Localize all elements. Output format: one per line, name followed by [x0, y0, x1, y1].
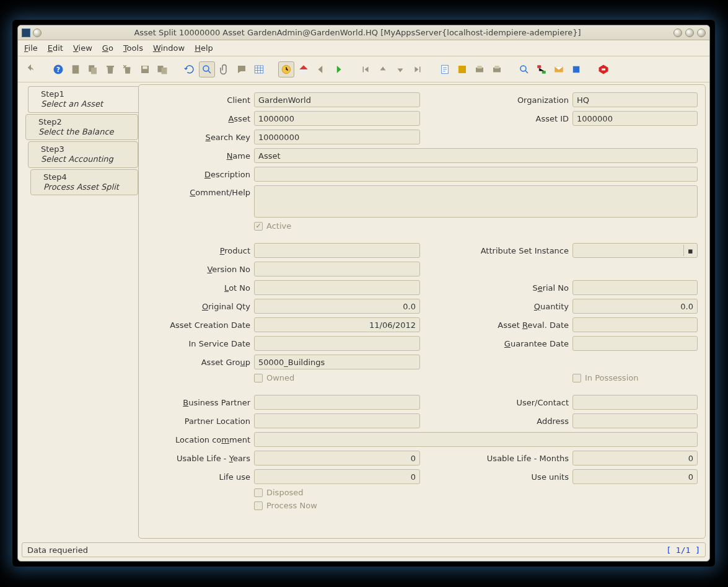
label-in-possession: In Possession: [585, 373, 638, 382]
svg-rect-8: [162, 68, 167, 74]
svg-rect-4: [91, 68, 97, 74]
menu-help[interactable]: Help: [195, 43, 213, 53]
label-usable-life-months: Usable Life - Months: [450, 454, 572, 463]
field-address[interactable]: [572, 413, 698, 428]
menu-view[interactable]: View: [73, 43, 92, 53]
home-button[interactable]: [296, 61, 312, 77]
back-button[interactable]: [313, 61, 329, 77]
label-attr-set-instance: Attribute Set Instance: [450, 246, 572, 255]
label-serial-no: Serial No: [450, 283, 572, 293]
print-preview-button[interactable]: [471, 61, 488, 77]
field-client[interactable]: GardenWorld: [254, 92, 420, 107]
checkbox-in-possession[interactable]: In Possession: [572, 373, 698, 382]
field-original-qty[interactable]: 0.0: [254, 299, 420, 314]
field-in-service-date[interactable]: [254, 336, 420, 351]
product-info-button[interactable]: [568, 61, 584, 77]
step-1[interactable]: Step1 Select an Asset: [28, 86, 139, 113]
end-button[interactable]: [595, 61, 612, 77]
field-asset-group[interactable]: 50000_Buildings: [254, 355, 420, 369]
forward-button[interactable]: [330, 61, 346, 77]
checkbox-disposed[interactable]: Disposed: [254, 488, 698, 497]
checkbox-owned[interactable]: Owned: [254, 373, 420, 382]
delete-selection-button[interactable]: [120, 61, 136, 77]
field-serial-no[interactable]: [572, 280, 698, 295]
field-description[interactable]: [254, 167, 698, 182]
checkbox-active[interactable]: ✓ Active: [254, 221, 698, 231]
svg-rect-18: [494, 66, 499, 69]
field-lot-no[interactable]: [254, 280, 420, 295]
toolbar: ?: [18, 56, 709, 82]
last-record-button[interactable]: [410, 61, 426, 77]
copy-button[interactable]: [85, 61, 101, 77]
label-asset-id: Asset ID: [450, 114, 572, 123]
minimize-button[interactable]: [673, 29, 682, 37]
field-version-no[interactable]: [254, 262, 420, 276]
menu-window[interactable]: Window: [153, 43, 185, 53]
delete-button[interactable]: [102, 61, 118, 77]
report-button[interactable]: [437, 61, 453, 77]
label-active: Active: [266, 221, 291, 231]
checkbox-process-now[interactable]: Process Now: [254, 501, 698, 510]
field-use-units[interactable]: 0: [572, 469, 698, 484]
request-button[interactable]: [551, 61, 567, 77]
field-business-partner[interactable]: [254, 395, 420, 410]
field-life-use[interactable]: 0: [254, 469, 420, 484]
save-button[interactable]: [137, 61, 153, 77]
close-button[interactable]: [697, 29, 706, 37]
field-usable-life-months[interactable]: 0: [572, 451, 698, 466]
prev-record-button[interactable]: [375, 61, 391, 77]
step-4[interactable]: Step4 Process Asset Split: [30, 169, 138, 196]
step-2[interactable]: Step2 Select the Balance: [25, 114, 138, 141]
menu-edit[interactable]: Edit: [48, 43, 63, 53]
history-button[interactable]: [278, 61, 294, 77]
field-guarantee-date[interactable]: [572, 336, 698, 351]
toggle-grid-button[interactable]: [251, 61, 267, 77]
refresh-button[interactable]: [182, 61, 198, 77]
field-asset[interactable]: 1000000: [254, 111, 420, 126]
label-original-qty: Original Qty: [143, 302, 254, 311]
menu-go[interactable]: Go: [102, 43, 113, 53]
field-usable-life-years[interactable]: 0: [254, 451, 420, 466]
step-subtitle: Select the Balance: [38, 127, 138, 137]
field-partner-location[interactable]: [254, 413, 420, 428]
svg-point-9: [203, 66, 209, 71]
new-button[interactable]: [68, 61, 84, 77]
record-pager[interactable]: [ 1/1 ]: [666, 545, 700, 555]
label-asset-creation-date: Asset Creation Date: [143, 320, 254, 330]
attachment-button[interactable]: [216, 61, 232, 77]
find-button[interactable]: [199, 61, 215, 77]
field-attr-set-instance[interactable]: ▪: [572, 243, 698, 258]
field-user-contact[interactable]: [572, 395, 698, 410]
window-menu-button[interactable]: [33, 29, 42, 37]
menu-tools[interactable]: Tools: [123, 43, 143, 53]
field-asset-reval-date[interactable]: [572, 317, 698, 332]
check-icon: [254, 488, 263, 497]
field-asset-creation-date[interactable]: 11/06/2012: [254, 317, 420, 332]
first-record-button[interactable]: [357, 61, 374, 77]
label-search-key: Search Key: [143, 133, 254, 142]
zoom-across-button[interactable]: [516, 61, 532, 77]
workflow-button[interactable]: [533, 61, 550, 77]
help-button[interactable]: ?: [50, 61, 66, 77]
field-product[interactable]: [254, 243, 420, 258]
chat-button[interactable]: [234, 61, 250, 77]
next-record-button[interactable]: [392, 61, 408, 77]
svg-rect-6: [143, 66, 147, 69]
maximize-button[interactable]: [685, 29, 694, 37]
field-quantity[interactable]: 0.0: [572, 299, 698, 314]
archive-button[interactable]: [454, 61, 470, 77]
field-organization[interactable]: HQ: [572, 92, 698, 107]
field-name[interactable]: Asset: [254, 148, 698, 163]
field-search-key[interactable]: 10000000: [254, 130, 420, 144]
step-3[interactable]: Step3 Select Accounting: [28, 141, 138, 168]
field-location-comment[interactable]: [254, 432, 698, 447]
save-create-button[interactable]: [154, 61, 170, 77]
attr-set-picker-icon[interactable]: ▪: [683, 245, 697, 256]
field-asset-id[interactable]: 1000000: [572, 111, 698, 126]
undo-button[interactable]: [23, 61, 39, 77]
menu-file[interactable]: File: [24, 43, 38, 53]
svg-rect-2: [72, 65, 79, 74]
field-comment-help[interactable]: [254, 185, 698, 218]
print-button[interactable]: [489, 61, 505, 77]
svg-rect-24: [602, 68, 605, 70]
